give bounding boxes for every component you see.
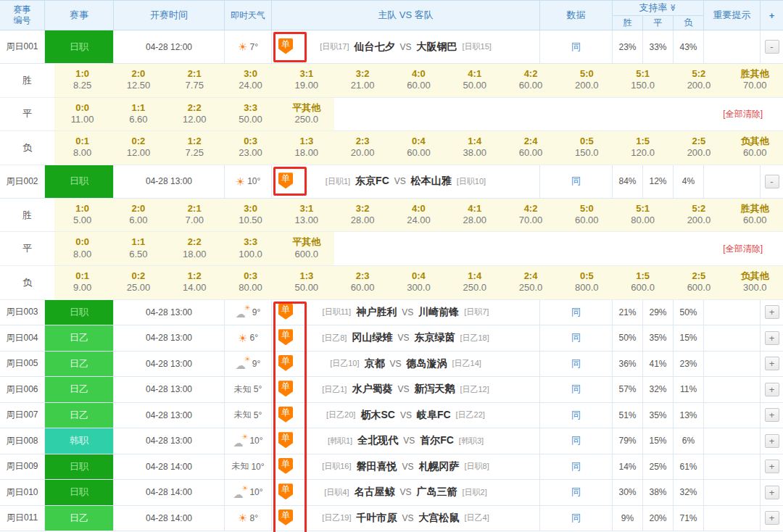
expand-button[interactable]: +: [765, 331, 779, 345]
league-badge[interactable]: 日职: [45, 454, 113, 480]
odds-option[interactable]: 1:4250.0: [447, 266, 502, 299]
odds-option[interactable]: 1:214.00: [167, 266, 223, 299]
league-badge[interactable]: 日乙: [45, 325, 113, 351]
odds-option[interactable]: 1:27.25: [167, 131, 223, 165]
odds-option[interactable]: 2:460.00: [502, 131, 558, 165]
same-data-link[interactable]: 同: [571, 357, 581, 370]
odds-option[interactable]: 1:08.25: [54, 64, 110, 97]
odds-option[interactable]: 3:113.00: [278, 199, 334, 232]
odds-option[interactable]: 2:012.50: [110, 64, 166, 97]
odds-option[interactable]: 平其他600.0: [278, 232, 334, 265]
odds-option[interactable]: 胜其他70.00: [727, 64, 783, 97]
expand-button[interactable]: +: [765, 408, 779, 422]
league-badge[interactable]: 日职: [45, 300, 113, 325]
league-badge[interactable]: 日职: [45, 30, 113, 63]
same-data-link[interactable]: 同: [571, 486, 581, 499]
odds-option[interactable]: 3:221.00: [334, 64, 390, 97]
header-expand-all[interactable]: +: [761, 1, 783, 30]
odds-option[interactable]: 0:225.00: [110, 266, 166, 299]
odds-option[interactable]: 4:150.00: [447, 64, 502, 97]
league-badge[interactable]: 日乙: [45, 403, 113, 428]
same-data-link[interactable]: 同: [571, 331, 581, 344]
expand-button[interactable]: +: [765, 383, 779, 396]
odds-option[interactable]: 0:323.00: [223, 131, 278, 165]
support-rate-sort[interactable]: 支持率 ≫: [613, 1, 703, 16]
odds-option[interactable]: 3:119.00: [278, 64, 334, 97]
odds-option[interactable]: 5:1150.0: [615, 64, 671, 97]
odds-option[interactable]: 4:270.00: [502, 199, 558, 232]
odds-option[interactable]: 2:17.00: [167, 199, 223, 232]
odds-option[interactable]: 0:08.00: [54, 232, 110, 265]
odds-option[interactable]: 2:320.00: [334, 131, 390, 165]
same-data-link[interactable]: 同: [571, 460, 581, 473]
odds-option[interactable]: 5:180.00: [615, 199, 671, 232]
odds-option[interactable]: 2:360.00: [334, 266, 390, 299]
league-badge[interactable]: 日职: [45, 480, 113, 505]
odds-option[interactable]: 0:212.00: [110, 131, 166, 165]
odds-option[interactable]: 0:5150.0: [559, 131, 615, 165]
odds-option[interactable]: 3:228.00: [334, 199, 390, 232]
same-data-link[interactable]: 同: [571, 434, 581, 447]
odds-option[interactable]: 5:2200.0: [671, 199, 726, 232]
odds-option[interactable]: 3:350.00: [223, 98, 278, 131]
odds-option[interactable]: 负其他60.00: [727, 131, 783, 165]
odds-option[interactable]: 3:010.50: [223, 199, 278, 232]
same-data-link[interactable]: 同: [571, 175, 581, 188]
odds-option[interactable]: 2:5600.0: [671, 266, 726, 299]
odds-option[interactable]: 0:4300.0: [391, 266, 447, 299]
expand-button[interactable]: +: [765, 460, 779, 473]
odds-option[interactable]: 5:060.00: [559, 199, 615, 232]
odds-option[interactable]: 5:0200.0: [559, 64, 615, 97]
support-draw: 15%: [643, 428, 674, 454]
odds-option[interactable]: 4:060.00: [391, 64, 447, 97]
collapse-button[interactable]: -: [765, 40, 779, 54]
odds-option[interactable]: 2:212.00: [167, 98, 223, 131]
clear-all-link[interactable]: [全部清除]: [723, 243, 763, 255]
same-data-link[interactable]: 同: [571, 409, 581, 422]
expand-button[interactable]: +: [765, 486, 779, 499]
league-badge[interactable]: 日乙: [45, 506, 113, 531]
odds-option[interactable]: 1:350.00: [278, 266, 334, 299]
odds-option[interactable]: 4:128.00: [447, 199, 502, 232]
league-badge[interactable]: 日职: [45, 165, 113, 198]
odds-option[interactable]: 0:19.00: [54, 266, 110, 299]
odds-option[interactable]: 3:024.00: [223, 64, 278, 97]
odds-option[interactable]: 0:5800.0: [559, 266, 615, 299]
odds-option[interactable]: 0:18.00: [54, 131, 110, 165]
odds-option[interactable]: 负其他300.0: [727, 266, 783, 299]
odds-option[interactable]: 0:011.00: [54, 98, 110, 131]
odds-option[interactable]: 2:5200.0: [671, 131, 726, 165]
same-data-link[interactable]: 同: [571, 306, 581, 319]
odds-option[interactable]: 0:380.00: [223, 266, 278, 299]
odds-option[interactable]: 1:05.00: [54, 199, 110, 232]
odds-option[interactable]: 1:5600.0: [615, 266, 671, 299]
expand-button[interactable]: +: [765, 511, 779, 525]
same-data-link[interactable]: 同: [571, 41, 581, 54]
expand-button[interactable]: +: [765, 434, 779, 448]
odds-option[interactable]: 1:5120.0: [615, 131, 671, 165]
league-badge[interactable]: 日乙: [45, 352, 113, 377]
odds-option[interactable]: 4:024.00: [391, 199, 447, 232]
expand-button[interactable]: +: [765, 305, 779, 319]
odds-option[interactable]: 3:3100.0: [223, 232, 278, 265]
odds-option[interactable]: 4:260.00: [502, 64, 558, 97]
odds-option[interactable]: 胜其他60.00: [727, 199, 783, 232]
odds-option[interactable]: 5:2200.0: [671, 64, 726, 97]
odds-option[interactable]: 平其他250.0: [278, 98, 334, 131]
same-data-link[interactable]: 同: [571, 383, 581, 396]
odds-option[interactable]: 2:17.75: [167, 64, 223, 97]
odds-option[interactable]: 1:16.50: [110, 232, 166, 265]
clear-all-link[interactable]: [全部清除]: [723, 108, 763, 120]
odds-option[interactable]: 1:438.00: [447, 131, 502, 165]
odds-option[interactable]: 2:4250.0: [502, 266, 558, 299]
odds-option[interactable]: 0:460.00: [391, 131, 447, 165]
league-badge[interactable]: 韩职: [45, 428, 113, 454]
odds-option[interactable]: 1:318.00: [278, 131, 334, 165]
odds-option[interactable]: 2:218.00: [167, 232, 223, 265]
collapse-button[interactable]: -: [765, 175, 779, 188]
same-data-link[interactable]: 同: [571, 512, 581, 525]
odds-option[interactable]: 2:06.00: [110, 199, 166, 232]
league-badge[interactable]: 日乙: [45, 377, 113, 402]
expand-button[interactable]: +: [765, 357, 779, 370]
odds-option[interactable]: 1:16.60: [110, 98, 166, 131]
